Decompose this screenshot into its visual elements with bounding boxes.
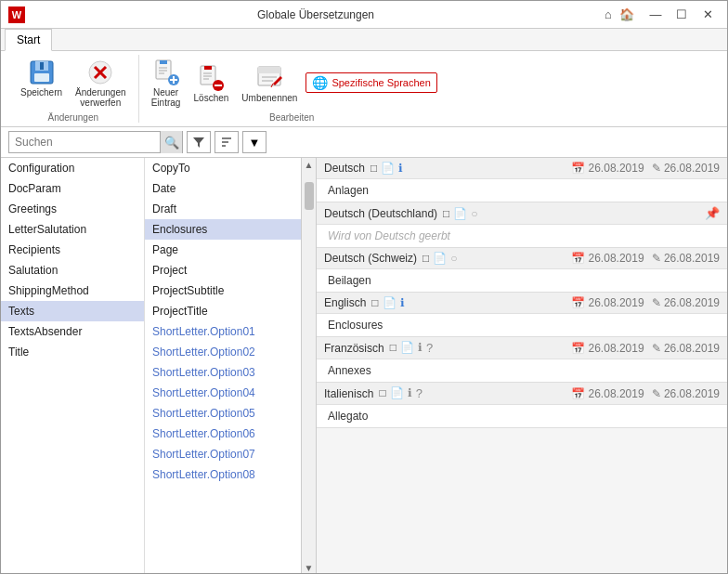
question-icon[interactable]: ? bbox=[426, 341, 433, 355]
sort-icon bbox=[220, 136, 233, 149]
copy-icon[interactable]: □ bbox=[371, 296, 378, 309]
tab-start[interactable]: Start bbox=[5, 29, 52, 51]
doc-icon[interactable]: 📄 bbox=[433, 252, 447, 265]
list-item[interactable]: ShortLetter.Option08 bbox=[145, 464, 301, 485]
list-item[interactable]: Project bbox=[145, 260, 301, 280]
lang-icons: □ 📄 ℹ bbox=[371, 296, 404, 309]
delete-button[interactable]: Löschen bbox=[189, 60, 234, 106]
list-item[interactable]: Date bbox=[145, 178, 301, 199]
doc-icon[interactable]: 📄 bbox=[383, 296, 396, 309]
new-entry-button[interactable]: NeuerEintrag bbox=[147, 55, 186, 111]
sort-button[interactable] bbox=[214, 131, 239, 153]
copy-icon[interactable]: □ bbox=[379, 386, 385, 400]
lang-name: Italienisch bbox=[324, 387, 373, 400]
filter-button[interactable] bbox=[187, 131, 211, 153]
home-nav-icon: 🏠 bbox=[618, 6, 636, 24]
scroll-track bbox=[302, 171, 316, 561]
list-item[interactable]: Title bbox=[1, 342, 144, 362]
rename-icon bbox=[254, 63, 284, 93]
question-icon[interactable]: ? bbox=[416, 386, 422, 400]
ribbon-group-bearbeiten: NeuerEintrag Lösche bbox=[139, 55, 445, 123]
doc-icon[interactable]: 📄 bbox=[453, 207, 467, 220]
pin-icon: 📌 bbox=[705, 206, 720, 220]
list-item[interactable]: ShortLetter.Option04 bbox=[145, 383, 301, 403]
list-item-enclosures[interactable]: Enclosures bbox=[145, 219, 301, 240]
list-item[interactable]: LetterSalutation bbox=[1, 219, 144, 240]
search-input[interactable] bbox=[9, 134, 160, 150]
search-button[interactable]: 🔍 bbox=[160, 131, 182, 153]
doc-icon[interactable]: 📄 bbox=[390, 386, 404, 400]
title-bar: W Globale Übersetzungen ⌂ 🏠 — ☐ ✕ bbox=[1, 1, 727, 29]
discard-icon bbox=[85, 58, 115, 87]
close-button[interactable]: ✕ bbox=[696, 5, 720, 25]
list-item[interactable]: ShortLetter.Option02 bbox=[145, 342, 301, 362]
lang-dates-de-ch: 📅 26.08.2019 ✎ 26.08.2019 bbox=[571, 252, 720, 265]
dropdown-button[interactable]: ▼ bbox=[242, 131, 266, 153]
lang-header-it: Italienisch □ 📄 ℹ ? 📅 26.08.2019 ✎ 26.08… bbox=[317, 383, 727, 405]
spezifisch-btn[interactable]: 🌐 Spezifische Sprachen bbox=[306, 72, 436, 93]
ribbon-buttons-aenderungen: Speichern Änderungenverwerfen bbox=[16, 55, 131, 111]
circle-icon[interactable]: ○ bbox=[471, 207, 477, 220]
date-modified: ✎ 26.08.2019 bbox=[652, 342, 720, 355]
list-item[interactable]: Recipients bbox=[1, 240, 144, 260]
circle-icon[interactable]: ○ bbox=[450, 252, 457, 265]
doc-icon[interactable]: 📄 bbox=[400, 341, 414, 355]
lang-name: Englisch bbox=[324, 296, 366, 309]
list-item[interactable]: CopyTo bbox=[145, 158, 301, 178]
lang-value-fr: Annexes bbox=[317, 359, 727, 382]
date-modified: ✎ 26.08.2019 bbox=[652, 387, 720, 400]
list-item[interactable]: ProjectSubtitle bbox=[145, 280, 301, 301]
ribbon-group-aenderungen: Speichern Änderungenverwerfen Änderungen bbox=[8, 55, 139, 123]
save-button[interactable]: Speichern bbox=[16, 55, 67, 100]
minimize-button[interactable]: — bbox=[644, 5, 668, 25]
copy-icon[interactable]: □ bbox=[370, 162, 377, 175]
lang-section-de-de: Deutsch (Deutschland) □ 📄 ○ 📌 Wird von D… bbox=[317, 202, 727, 248]
copy-icon[interactable]: □ bbox=[443, 207, 449, 220]
left-scrollbar[interactable]: ▲ ▼ bbox=[301, 158, 316, 574]
copy-icon[interactable]: □ bbox=[422, 252, 429, 265]
list-item-texts[interactable]: Texts bbox=[1, 301, 144, 321]
doc-icon[interactable]: 📄 bbox=[381, 162, 395, 175]
rename-button[interactable]: Umbenennen bbox=[237, 60, 302, 106]
list-item[interactable]: Draft bbox=[145, 199, 301, 219]
maximize-button[interactable]: ☐ bbox=[670, 5, 694, 25]
list-item[interactable]: ShippingMethod bbox=[1, 280, 144, 301]
list-item[interactable]: ShortLetter.Option07 bbox=[145, 444, 301, 464]
search-bar: 🔍 ▼ bbox=[1, 127, 727, 158]
date-created: 📅 26.08.2019 bbox=[571, 252, 644, 265]
svg-rect-2 bbox=[34, 73, 49, 82]
info-icon[interactable]: ℹ bbox=[398, 162, 403, 175]
lang-name: Deutsch bbox=[324, 162, 365, 175]
list-item[interactable]: TextsAbsender bbox=[1, 321, 144, 342]
left-panel: Configuration DocParam Greetings LetterS… bbox=[1, 158, 317, 574]
info-icon[interactable]: ℹ bbox=[418, 341, 422, 355]
discard-button[interactable]: Änderungenverwerfen bbox=[71, 55, 131, 111]
list-item[interactable]: Greetings bbox=[1, 199, 144, 219]
list-item[interactable]: ProjectTitle bbox=[145, 301, 301, 321]
back-nav-icon: ⌂ bbox=[599, 6, 618, 24]
lang-value-de-de: Wird von Deutsch geerbt bbox=[317, 225, 727, 247]
lang-header-de-de: Deutsch (Deutschland) □ 📄 ○ 📌 bbox=[317, 202, 727, 225]
delete-icon bbox=[196, 63, 226, 93]
info-icon[interactable]: ℹ bbox=[400, 296, 405, 309]
lang-name: Deutsch (Schweiz) bbox=[324, 252, 417, 265]
list-item[interactable]: Salutation bbox=[1, 260, 144, 280]
scroll-down[interactable]: ▼ bbox=[303, 561, 316, 574]
col-items: CopyTo Date Draft Enclosures Page Projec… bbox=[145, 158, 301, 574]
left-columns: Configuration DocParam Greetings LetterS… bbox=[1, 158, 316, 574]
list-item[interactable]: Configuration bbox=[1, 158, 144, 178]
copy-icon[interactable]: □ bbox=[390, 341, 396, 355]
lang-name: Französisch bbox=[324, 342, 384, 355]
list-item[interactable]: Page bbox=[145, 240, 301, 260]
scroll-up[interactable]: ▲ bbox=[303, 158, 316, 171]
list-item[interactable]: ShortLetter.Option05 bbox=[145, 403, 301, 424]
list-item[interactable]: ShortLetter.Option03 bbox=[145, 362, 301, 383]
lang-dates-fr: 📅 26.08.2019 ✎ 26.08.2019 bbox=[571, 342, 720, 355]
save-icon bbox=[27, 58, 57, 87]
info-icon[interactable]: ℹ bbox=[408, 386, 412, 400]
list-item[interactable]: ShortLetter.Option01 bbox=[145, 321, 301, 342]
list-item[interactable]: DocParam bbox=[1, 178, 144, 199]
scroll-thumb[interactable] bbox=[305, 182, 314, 210]
lang-dates-en: 📅 26.08.2019 ✎ 26.08.2019 bbox=[571, 296, 720, 309]
list-item[interactable]: ShortLetter.Option06 bbox=[145, 424, 301, 444]
